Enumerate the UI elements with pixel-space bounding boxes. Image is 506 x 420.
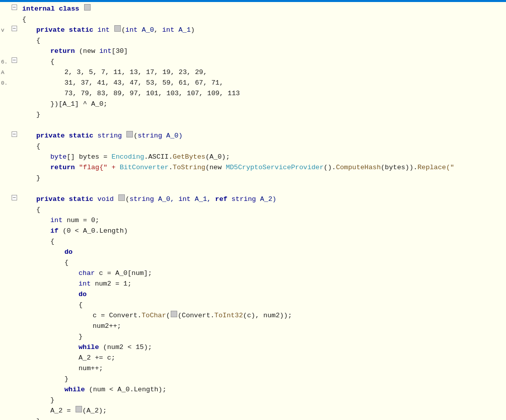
collapse-gutter-item[interactable]: −: [10, 192, 18, 203]
code-token: "flag{" +: [79, 163, 120, 173]
code-token: {: [64, 258, 68, 268]
line-label: [1, 131, 10, 142]
code-token: [65, 194, 69, 205]
code-token: void: [98, 194, 114, 205]
code-line: private static void (string A_0, int A_1…: [22, 194, 506, 205]
code-token: {: [36, 36, 40, 46]
code-token: num++;: [79, 364, 103, 374]
code-line: {: [22, 300, 506, 311]
collapse-gutter-item: [10, 13, 18, 23]
code-token: ToChar: [141, 311, 166, 321]
code-token: byte: [50, 152, 66, 163]
code-token: A_1,: [191, 194, 215, 205]
collapse-button[interactable]: −: [12, 131, 17, 137]
code-token: (num < A_0.Length);: [85, 385, 167, 395]
code-line: }: [22, 395, 506, 406]
code-token: }: [36, 110, 40, 120]
code-token: }: [36, 173, 40, 184]
code-token: string: [129, 194, 154, 205]
code-line: {: [22, 15, 506, 25]
code-token: private: [36, 131, 65, 142]
line-label: v: [1, 25, 10, 36]
code-token: private: [36, 194, 65, 205]
collapse-gutter-item[interactable]: −: [10, 55, 18, 65]
code-line: while (num < A_0.Length);: [22, 385, 506, 395]
code-area: internal class {private static int (int …: [18, 0, 506, 420]
collapse-gutter-item: [10, 298, 18, 309]
collapse-gutter-item: [10, 203, 18, 214]
code-token: if: [50, 226, 58, 237]
line-label: [1, 364, 10, 374]
code-line: int num = 0;: [22, 216, 506, 226]
code-line: [22, 184, 506, 194]
code-token: (A_2);: [83, 406, 107, 416]
code-token: (new: [205, 163, 226, 173]
collapse-gutter-item: [10, 161, 18, 171]
code-token: 2, 3, 5, 7, 11, 13, 17, 19, 23, 29,: [64, 67, 207, 78]
collapse-gutter-item: [10, 139, 18, 150]
code-token: A_0: [142, 25, 154, 36]
collapse-gutter-item: [10, 87, 18, 97]
code-line: return (new int[30]: [22, 46, 506, 57]
collapse-gutter[interactable]: −−−−−−: [10, 0, 18, 420]
code-token: A_0,: [154, 194, 179, 205]
code-token: [79, 4, 83, 15]
collapse-gutter-item: [10, 182, 18, 192]
code-token: {: [22, 15, 26, 25]
code-token: Encoding: [112, 152, 144, 163]
collapse-gutter-item[interactable]: −: [10, 2, 18, 13]
collapse-button[interactable]: −: [12, 26, 17, 31]
collapse-gutter-item: [10, 150, 18, 161]
code-line: }: [22, 110, 506, 120]
code-token: [65, 131, 69, 142]
editor-container: v6.A0. −−−−−− internal class {private st…: [0, 0, 506, 420]
line-label: [1, 247, 10, 258]
code-token: (A_0);: [205, 152, 230, 163]
code-token: int: [98, 25, 110, 36]
code-token: [] bytes =: [66, 152, 111, 163]
collapse-button[interactable]: −: [12, 57, 17, 63]
code-token: int: [79, 279, 91, 290]
code-token: 73, 79, 83, 89, 97, 101, 103, 107, 109, …: [64, 89, 240, 99]
code-line: 73, 79, 83, 89, 97, 101, 103, 107, 109, …: [22, 89, 506, 99]
collapse-gutter-item: [10, 235, 18, 245]
line-label: [1, 279, 10, 290]
code-token: int: [50, 216, 62, 226]
collapse-gutter-item: [10, 330, 18, 340]
line-label: [1, 416, 10, 420]
collapse-gutter-item: [10, 171, 18, 182]
code-token: {: [79, 300, 83, 311]
code-token: char: [79, 268, 95, 279]
collapse-gutter-item[interactable]: −: [10, 23, 18, 34]
collapse-gutter-item: [10, 224, 18, 235]
code-token: ): [191, 25, 195, 36]
collapse-gutter-item: [10, 340, 18, 351]
code-token: int: [99, 46, 111, 57]
code-line: A_2 = (A_2);: [22, 406, 506, 416]
collapse-button[interactable]: −: [12, 195, 17, 200]
line-label: [1, 194, 10, 205]
line-label: [1, 353, 10, 364]
code-line: while (num2 < 15);: [22, 342, 506, 353]
collapse-gutter-item: [10, 118, 18, 129]
code-token: internal: [22, 4, 55, 15]
code-line: {: [22, 237, 506, 247]
code-token: [110, 25, 114, 36]
collapse-gutter-item[interactable]: −: [10, 129, 18, 139]
code-token: (: [125, 194, 129, 205]
code-token: MD5CryptoServiceProvider: [226, 163, 323, 173]
collapse-gutter-item: [10, 372, 18, 383]
code-line: c = Convert.ToChar((Convert.ToInt32(c), …: [22, 311, 506, 321]
code-token: do: [64, 247, 73, 258]
code-token: while: [79, 342, 99, 353]
collapse-gutter-item: [10, 214, 18, 224]
code-token: A_2 =: [50, 406, 75, 416]
code-token: return: [50, 46, 75, 57]
collapse-gutter-item: [10, 414, 18, 420]
line-label: [1, 406, 10, 416]
collapse-button[interactable]: −: [12, 5, 17, 10]
code-line: if (0 < A_0.Length): [22, 226, 506, 237]
code-token: }: [36, 416, 40, 420]
code-token: [30]: [112, 46, 128, 57]
code-token: (new: [75, 46, 100, 57]
